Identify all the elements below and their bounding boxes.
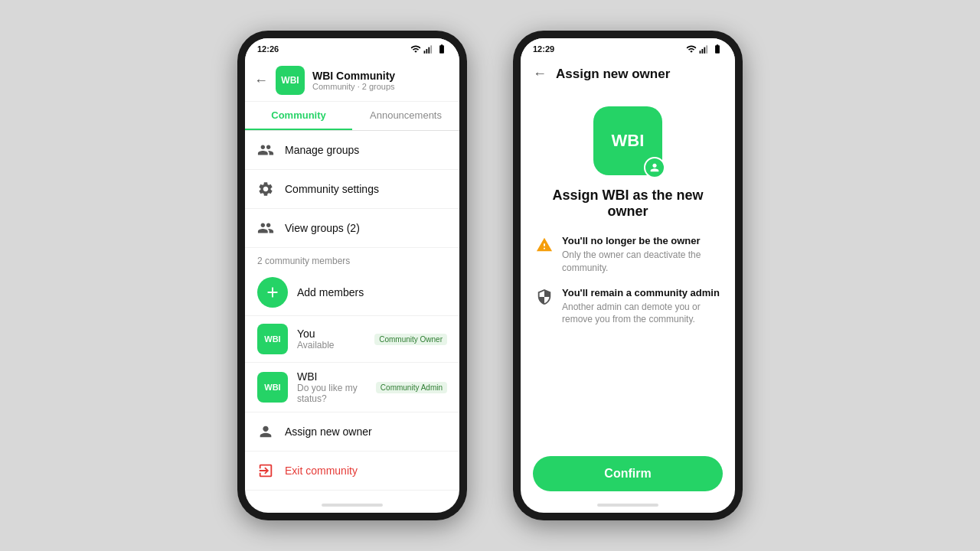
member-you-info: You Available <box>297 328 365 350</box>
status-icons-1 <box>410 44 447 54</box>
svg-rect-6 <box>704 47 705 54</box>
community-sub: Community · 2 groups <box>312 82 450 91</box>
exit-community-icon <box>257 462 274 479</box>
status-bar-2: 12:29 <box>521 38 735 60</box>
tab-announcements[interactable]: Announcements <box>352 102 459 130</box>
report-community-item[interactable]: Report community <box>245 491 459 497</box>
wifi-icon <box>410 44 421 54</box>
warning-icon <box>536 236 553 253</box>
svg-rect-0 <box>424 51 426 54</box>
community-info: WBI Community Community · 2 groups <box>312 70 450 91</box>
member-you-name: You <box>297 328 365 340</box>
community-header: ← WBI WBI Community Community · 2 groups <box>245 60 459 102</box>
member-you-avatar: WBI <box>257 324 288 354</box>
info-block-owner: You'll no longer be the owner Only the o… <box>536 235 720 275</box>
svg-rect-5 <box>702 49 704 54</box>
community-settings-label: Community settings <box>285 183 379 195</box>
status-icons-2 <box>686 44 723 54</box>
assign-avatar-wrap: WBI <box>593 106 662 175</box>
wifi-icon-2 <box>686 44 697 54</box>
tab-community[interactable]: Community <box>245 102 352 130</box>
assign-title-header: Assign new owner <box>556 67 670 82</box>
assign-owner-label: Assign new owner <box>285 425 372 438</box>
view-groups-label: View groups (2) <box>285 222 360 234</box>
home-bar-2 <box>521 497 735 513</box>
info-owner-title: You'll no longer be the owner <box>562 235 720 246</box>
back-button[interactable]: ← <box>254 73 268 89</box>
tabs: Community Announcements <box>245 102 459 131</box>
add-members-label: Add members <box>297 286 364 298</box>
community-avatar: WBI <box>276 66 305 95</box>
status-time-2: 12:29 <box>533 44 554 54</box>
status-bar-1: 12:26 <box>245 38 459 60</box>
scroll-area: Manage groups Community settings View gr… <box>245 131 459 497</box>
assign-owner-icon <box>257 423 274 440</box>
svg-rect-1 <box>426 49 428 54</box>
assign-header: ← Assign new owner <box>521 60 735 88</box>
manage-groups-item[interactable]: Manage groups <box>245 131 459 170</box>
member-wbi-avatar: WBI <box>257 372 288 403</box>
svg-rect-3 <box>430 45 432 54</box>
shield-icon <box>536 289 553 305</box>
member-wbi-status: Do you like my status? <box>297 383 367 404</box>
add-member-avatar <box>257 277 288 308</box>
battery-icon <box>436 44 447 54</box>
confirm-btn-wrap: Confirm <box>521 447 735 497</box>
assign-content: WBI Assign WBI as the new owner You'll n… <box>521 88 735 447</box>
info-admin-desc: Another admin can demote you or remove y… <box>562 301 720 327</box>
phone-1: 12:26 ← WBI WBI Community Community · 2 … <box>237 31 467 520</box>
status-time-1: 12:26 <box>257 44 279 54</box>
member-you[interactable]: WBI You Available Community Owner <box>245 316 459 363</box>
community-settings-item[interactable]: Community settings <box>245 170 459 209</box>
community-name: WBI Community <box>312 70 450 82</box>
svg-rect-7 <box>706 45 707 54</box>
svg-rect-2 <box>428 47 430 54</box>
exit-community-item[interactable]: Exit community <box>245 452 459 491</box>
info-block-admin: You'll remain a community admin Another … <box>536 287 720 327</box>
member-wbi[interactable]: WBI WBI Do you like my status? Community… <box>245 363 459 412</box>
view-groups-item[interactable]: View groups (2) <box>245 209 459 248</box>
manage-groups-label: Manage groups <box>285 144 359 156</box>
member-wbi-badge: Community Admin <box>376 382 447 393</box>
member-you-badge: Community Owner <box>374 334 447 345</box>
exit-community-label: Exit community <box>285 465 358 477</box>
info-owner-desc: Only the owner can deactivate the commun… <box>562 249 720 275</box>
battery-icon-2 <box>712 44 723 54</box>
member-wbi-info: WBI Do you like my status? <box>297 370 367 404</box>
signal-icon <box>423 44 434 54</box>
confirm-button[interactable]: Confirm <box>533 456 723 491</box>
assign-main-title: Assign WBI as the new owner <box>536 187 720 220</box>
manage-groups-icon <box>257 142 274 158</box>
home-bar-1 <box>245 497 459 513</box>
assign-back-button[interactable]: ← <box>533 66 547 82</box>
signal-icon-2 <box>699 44 710 54</box>
view-groups-icon <box>257 220 274 236</box>
add-members-item[interactable]: Add members <box>245 269 459 316</box>
community-settings-icon <box>257 181 274 197</box>
section-label: 2 community members <box>245 248 459 269</box>
member-you-status: Available <box>297 340 365 350</box>
phone-2: 12:29 ← Assign new owner WBI Assign W <box>513 31 743 520</box>
info-admin-title: You'll remain a community admin <box>562 287 720 298</box>
assign-badge-icon <box>644 157 665 178</box>
assign-owner-item[interactable]: Assign new owner <box>245 412 459 452</box>
svg-rect-4 <box>700 51 701 54</box>
member-wbi-name: WBI <box>297 370 367 383</box>
